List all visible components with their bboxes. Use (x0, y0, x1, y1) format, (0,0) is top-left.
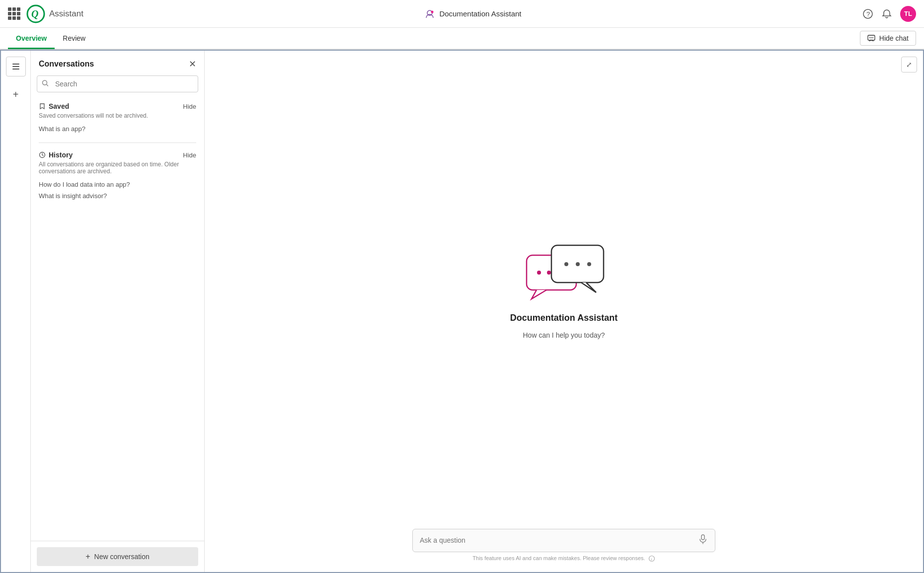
new-conversation-button[interactable]: + New conversation (37, 547, 198, 566)
grid-icon[interactable] (8, 7, 20, 20)
history-hide-button[interactable]: Hide (183, 151, 196, 159)
search-input[interactable] (37, 75, 198, 92)
history-section-title: History (39, 151, 73, 159)
assistant-icon (424, 8, 435, 19)
svg-text:i: i (651, 557, 652, 562)
search-icon (42, 80, 49, 88)
tabs-list: Overview Review (8, 28, 93, 49)
plus-icon: + (85, 552, 90, 561)
sidebar-icons: + (1, 51, 31, 572)
conversations-list-button[interactable] (6, 57, 26, 76)
chat-subtitle: How can I help you today? (523, 331, 605, 339)
saved-item-0[interactable]: What is an app? (39, 123, 196, 135)
conversations-panel: Conversations ✕ Saved Hide (31, 51, 205, 572)
svg-point-13 (43, 80, 47, 85)
chat-title: Documentation Assistant (510, 313, 617, 323)
microphone-icon (698, 534, 708, 544)
chat-input-area: This feature uses AI and can make mistak… (402, 529, 725, 572)
tab-review[interactable]: Review (55, 28, 93, 49)
nav-left: Q Assistant (8, 4, 83, 23)
svg-rect-11 (12, 66, 19, 67)
saved-hide-button[interactable]: Hide (183, 103, 196, 110)
svg-text:?: ? (866, 10, 870, 18)
svg-rect-12 (12, 69, 19, 70)
conversations-title: Conversations (39, 60, 94, 69)
section-divider (39, 143, 196, 143)
conversations-header: Conversations ✕ (31, 51, 204, 75)
nav-right: ? TL (862, 6, 916, 22)
svg-point-3 (431, 10, 434, 13)
add-button[interactable]: + (6, 84, 26, 104)
chat-illustration (522, 240, 606, 305)
svg-rect-23 (701, 535, 704, 540)
chat-area: ⤢ (205, 51, 923, 572)
assistant-label: Documentation Assistant (424, 8, 521, 19)
hide-chat-button[interactable]: Hide chat (860, 31, 916, 46)
history-item-0[interactable]: How do I load data into an app? (39, 179, 196, 190)
help-button[interactable]: ? (862, 8, 873, 19)
history-section-description: All conversations are organized based on… (39, 161, 196, 175)
history-icon (39, 151, 46, 158)
history-section-header: History Hide (39, 151, 196, 159)
conversations-footer: + New conversation (31, 541, 204, 572)
qlik-logo[interactable]: Q Assistant (26, 4, 83, 23)
qlik-wordmark: Assistant (49, 9, 83, 19)
saved-section-header: Saved Hide (39, 102, 196, 110)
saved-section: Saved Hide Saved conversations will not … (31, 98, 204, 139)
history-item-1[interactable]: What is insight advisor? (39, 190, 196, 202)
expand-button[interactable]: ⤢ (901, 57, 917, 72)
svg-point-7 (869, 37, 870, 38)
tab-bar: Overview Review Hide chat (0, 28, 924, 50)
microphone-button[interactable] (698, 534, 708, 547)
svg-point-16 (537, 271, 541, 275)
notifications-button[interactable] (881, 8, 892, 19)
list-icon (11, 62, 20, 71)
chat-icon (867, 34, 875, 42)
svg-point-17 (547, 271, 551, 275)
ai-disclaimer: This feature uses AI and can make mistak… (412, 555, 715, 562)
chat-input[interactable] (420, 536, 694, 544)
bookmark-icon (39, 103, 46, 110)
info-icon: i (648, 555, 655, 562)
qlik-q-logo: Q (26, 4, 45, 23)
svg-point-8 (871, 37, 872, 38)
history-section: History Hide All conversations are organ… (31, 147, 204, 206)
conversations-close-button[interactable]: ✕ (189, 59, 196, 70)
svg-rect-10 (12, 64, 19, 65)
conversations-search-wrapper (37, 75, 198, 92)
svg-point-9 (872, 37, 873, 38)
chat-welcome: Documentation Assistant How can I help y… (510, 51, 617, 529)
top-navigation: Q Assistant Documentation Assistant ? TL (0, 0, 924, 28)
chat-input-box (412, 529, 715, 552)
svg-point-20 (564, 262, 568, 266)
saved-section-description: Saved conversations will not be archived… (39, 112, 196, 119)
svg-point-21 (576, 262, 580, 266)
tab-overview[interactable]: Overview (8, 28, 55, 49)
svg-point-22 (587, 262, 591, 266)
main-content: + Conversations ✕ Saved (0, 50, 924, 573)
saved-section-title: Saved (39, 102, 69, 110)
avatar[interactable]: TL (900, 6, 916, 22)
svg-text:Q: Q (31, 8, 38, 19)
